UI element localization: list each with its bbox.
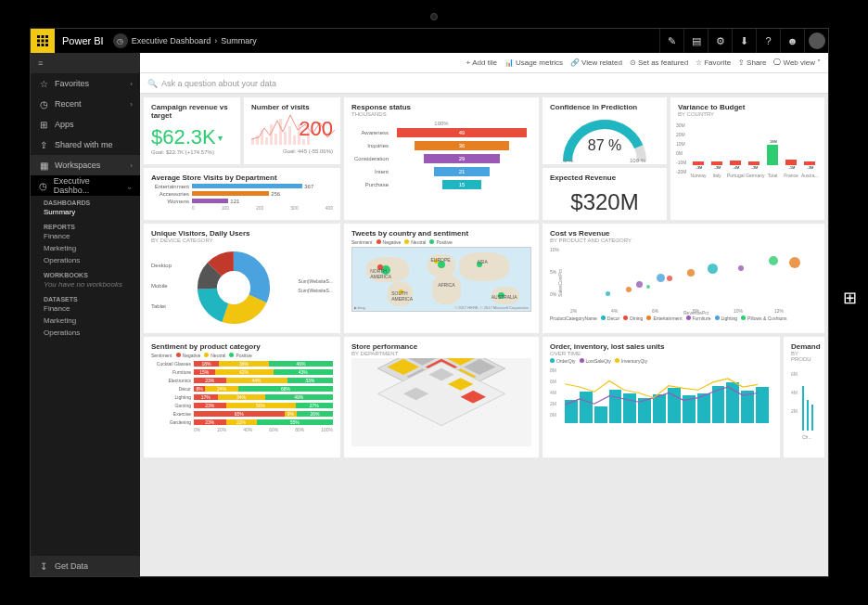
get-data-button[interactable]: ↧Get Data [31, 556, 140, 576]
nav-workspaces[interactable]: ▦Workspaces› [31, 155, 140, 175]
section-reports: REPORTS Finance Marketing Operations [31, 220, 140, 268]
nav-label: Favorites [55, 79, 89, 88]
cmd-label: Usage metrics [516, 58, 563, 67]
tile-tweets-map[interactable]: Tweets by country and sentimentSentiment… [344, 224, 539, 333]
add-tile-button[interactable]: + Add tile [466, 58, 497, 67]
nav-sidebar: ≡ ☆Favorites› ◷Recent› ⊞Apps ⇪Shared wit… [31, 53, 140, 576]
svg-rect-13 [270, 124, 273, 145]
app-window: Power BI ◷ Executive Dashboard › Summary… [30, 28, 829, 577]
cmd-label: Share [747, 58, 766, 67]
section-workbooks: WORKBOOKS You have no workbooks [31, 268, 140, 292]
edit-icon[interactable]: ✎ [659, 29, 683, 53]
svg-rect-4 [42, 40, 45, 43]
tile-demand[interactable]: DemandBY PRODU6M4M2MCh... [784, 337, 824, 457]
svg-rect-12 [265, 137, 268, 145]
nav-label: Shared with me [55, 140, 113, 149]
title-actions: ✎ ▤ ⚙ ⬇ ? ☻ [659, 29, 828, 53]
qna-placeholder: Ask a question about your data [161, 79, 276, 88]
cmd-label: Web view [783, 58, 815, 67]
share-icon: ⇪ [38, 140, 49, 150]
sidebar-item[interactable]: Marketing [44, 242, 133, 254]
svg-rect-1 [42, 35, 45, 38]
tile-expected-revenue[interactable]: Expected Revenue$320M [542, 168, 667, 220]
cmd-label: Favorite [704, 58, 731, 67]
section-header: REPORTS [44, 224, 133, 230]
svg-rect-0 [37, 35, 40, 38]
tile-order-inventory[interactable]: Order, inventory, lost sales unitsOVER T… [542, 337, 780, 457]
tile-cost-revenue[interactable]: Cost vs RevenueBY PRODUCT AND CATEGORY10… [542, 224, 824, 333]
tile-store-performance[interactable]: Store performanceBY DEPARTMENT [344, 337, 539, 457]
svg-rect-18 [293, 135, 296, 145]
cmd-label: Add tile [472, 58, 497, 67]
breadcrumb-separator: › [214, 36, 217, 45]
chevron-right-icon: › [130, 100, 133, 109]
download-icon[interactable]: ⬇ [732, 29, 756, 53]
workspaces-icon: ▦ [38, 161, 49, 171]
sidebar-item[interactable]: Finance [44, 302, 133, 315]
tile-confidence[interactable]: Confidence in Prediction87 %0 %100 % [542, 97, 667, 164]
user-avatar[interactable] [804, 29, 828, 53]
tile-response-status[interactable]: Response statusTHOUSANDS100%Awareness49I… [344, 97, 539, 220]
breadcrumb-workspace[interactable]: Executive Dashboard [132, 36, 211, 45]
sidebar-item[interactable]: Operations [44, 254, 133, 266]
sidebar-item[interactable]: Finance [44, 230, 133, 242]
chat-icon[interactable]: ▤ [683, 29, 708, 53]
tile-variance[interactable]: Variance to BudgetBY COUNTRY30M20M10M0M-… [670, 97, 824, 220]
tile-campaign-revenue[interactable]: Campaign revenue vs target$62.3K▾Goal: $… [144, 97, 240, 164]
get-data-label: Get Data [55, 561, 88, 571]
svg-rect-7 [42, 44, 45, 46]
svg-rect-3 [37, 40, 40, 43]
section-datasets: DATASETS Finance Marketing Operations [31, 292, 140, 341]
nav-current-workspace[interactable]: ◷Executive Dashbo...⌃ [31, 175, 140, 196]
web-view-button[interactable]: 🖵 Web view ˅ [773, 58, 821, 67]
clock-icon: ◷ [38, 99, 49, 109]
device-camera [430, 13, 438, 20]
nav-apps[interactable]: ⊞Apps [31, 114, 140, 135]
cmd-label: Set as featured [638, 58, 688, 67]
sidebar-item[interactable]: Marketing [44, 315, 133, 327]
app-name: Power BI [62, 35, 104, 46]
sidebar-item-summary[interactable]: Summary [44, 206, 133, 218]
nav-shared[interactable]: ⇪Shared with me [31, 135, 140, 155]
smile-feedback-icon[interactable]: ☻ [780, 29, 804, 53]
set-featured-button[interactable]: ⊙ Set as featured [630, 58, 688, 67]
chevron-up-icon: ⌃ [126, 182, 133, 190]
qna-input[interactable]: 🔍Ask a question about your data [140, 73, 828, 94]
app-launcher-button[interactable] [31, 29, 55, 53]
breadcrumb-page[interactable]: Summary [221, 36, 257, 45]
tile-avg-store[interactable]: Average Store Visits by DepartmentEntert… [144, 168, 340, 220]
help-icon[interactable]: ? [756, 29, 780, 53]
svg-rect-6 [37, 44, 40, 46]
tile-sentiment[interactable]: Sentiment by product categorySentimentNe… [144, 337, 340, 457]
svg-rect-5 [45, 40, 48, 43]
section-header: WORKBOOKS [44, 272, 133, 278]
nav-recent[interactable]: ◷Recent› [31, 94, 140, 114]
hamburger-button[interactable]: ≡ [31, 53, 140, 73]
section-header: DATASETS [44, 296, 133, 302]
settings-gear-icon[interactable]: ⚙ [708, 29, 732, 53]
nav-favorites[interactable]: ☆Favorites› [31, 73, 140, 94]
command-bar: + Add tile 📊 Usage metrics 🔗 View relate… [140, 53, 828, 73]
share-button[interactable]: ⇪ Share [738, 58, 766, 67]
star-icon: ☆ [38, 79, 49, 89]
sidebar-item[interactable]: Operations [44, 327, 133, 339]
section-header: DASHBOARDS [44, 200, 133, 206]
cmd-label: View related [581, 58, 622, 67]
dashboard-canvas: Campaign revenue vs target$62.3K▾Goal: $… [140, 94, 828, 576]
usage-metrics-button[interactable]: 📊 Usage metrics [504, 58, 563, 67]
svg-rect-11 [261, 130, 263, 145]
download-icon: ↧ [38, 561, 49, 572]
apps-icon: ⊞ [38, 120, 49, 130]
nav-label: Workspaces [55, 161, 100, 170]
favorite-button[interactable]: ☆ Favorite [696, 58, 731, 67]
nav-label: Apps [55, 120, 74, 129]
tile-number-visits[interactable]: Number of visits200Goal: 445 (-55.06%) [244, 97, 340, 164]
svg-rect-16 [284, 132, 287, 145]
workspace-avatar-icon: ◷ [38, 181, 48, 191]
view-related-button[interactable]: 🔗 View related [570, 58, 622, 67]
tile-unique-visitors[interactable]: Unique Visitors, Daily UsersBY DEVICE CA… [144, 224, 340, 333]
svg-rect-17 [288, 126, 291, 145]
nav-label: Executive Dashbo... [54, 176, 121, 195]
svg-rect-9 [251, 139, 254, 145]
windows-logo-icon: ⊞ [843, 288, 857, 308]
